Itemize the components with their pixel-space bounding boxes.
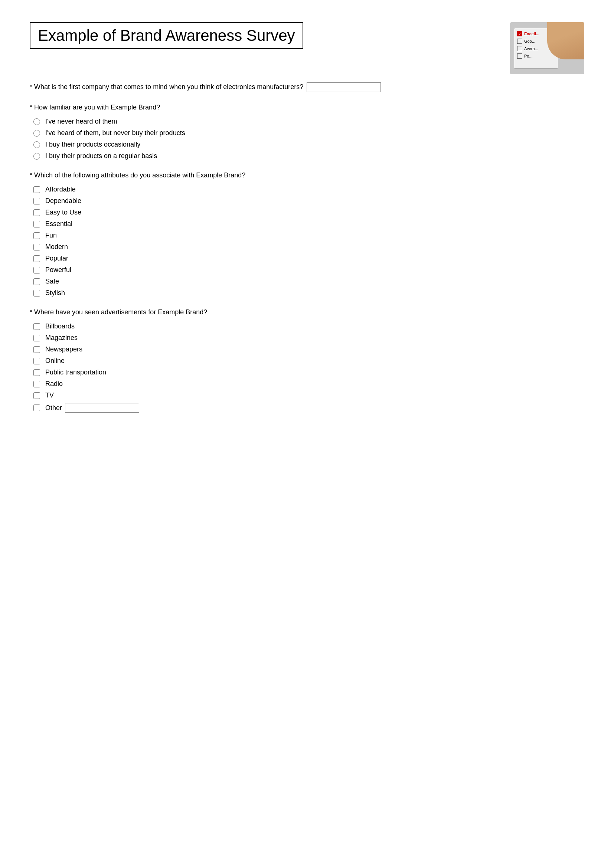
q3-option-essential: Essential	[30, 220, 584, 228]
question-2-label: * How familiar are you with Example Bran…	[30, 104, 160, 111]
question-2-text: * How familiar are you with Example Bran…	[30, 102, 584, 112]
q2-option-4-label: I buy their products on a regular basis	[45, 152, 157, 160]
q3-label-modern: Modern	[45, 243, 68, 251]
question-3-text: * Which of the following attributes do y…	[30, 170, 584, 180]
q4-option-radio: Radio	[30, 380, 584, 388]
q4-label-billboards: Billboards	[45, 322, 74, 330]
q4-other-text-input[interactable]	[65, 403, 139, 413]
q3-checkbox-modern[interactable]	[33, 244, 40, 251]
check-icon-1: ✓	[517, 31, 522, 36]
q3-label-safe: Safe	[45, 277, 59, 285]
q3-checkbox-dependable[interactable]	[33, 198, 40, 205]
survey-title: Example of Brand Awareness Survey	[38, 27, 295, 44]
question-3: * Which of the following attributes do y…	[30, 170, 584, 297]
survey-title-box: Example of Brand Awareness Survey	[30, 22, 303, 49]
checklist-label-4: Po...	[524, 54, 533, 58]
q3-checkbox-safe[interactable]	[33, 278, 40, 285]
q4-label-online: Online	[45, 357, 65, 365]
q3-checkbox-powerful[interactable]	[33, 267, 40, 273]
q4-label-other: Other	[45, 404, 62, 412]
q3-option-affordable: Affordable	[30, 186, 584, 193]
q4-checkbox-tv[interactable]	[33, 392, 40, 399]
q2-option-3-label: I buy their products occasionally	[45, 141, 140, 149]
q4-label-tv: TV	[45, 392, 54, 399]
q4-option-newspapers: Newspapers	[30, 346, 584, 353]
q1-text-input[interactable]	[307, 82, 381, 92]
q3-option-stylish: Stylish	[30, 289, 584, 297]
q2-radio-1[interactable]	[33, 118, 40, 125]
q4-label-newspapers: Newspapers	[45, 346, 82, 353]
q4-option-other: Other	[30, 403, 584, 413]
q3-checkbox-easy-to-use[interactable]	[33, 209, 40, 216]
q4-checkbox-public-transportation[interactable]	[33, 369, 40, 376]
q3-label-fun: Fun	[45, 232, 57, 239]
q3-option-fun: Fun	[30, 232, 584, 239]
q4-checkbox-radio[interactable]	[33, 381, 40, 388]
q2-radio-2[interactable]	[33, 130, 40, 136]
q2-option-1-label: I've never heard of them	[45, 118, 117, 126]
q2-option-1: I've never heard of them	[30, 118, 584, 126]
q3-label-affordable: Affordable	[45, 186, 76, 193]
q3-checkbox-fun[interactable]	[33, 232, 40, 239]
question-1-text: * What is the first company that comes t…	[30, 82, 584, 92]
checklist-row-4: Po...	[517, 53, 555, 59]
q3-label-essential: Essential	[45, 220, 72, 228]
q2-radio-3[interactable]	[33, 141, 40, 148]
q4-checkbox-online[interactable]	[33, 358, 40, 364]
q2-option-4: I buy their products on a regular basis	[30, 152, 584, 160]
q3-option-easy-to-use: Easy to Use	[30, 209, 584, 216]
q4-option-online: Online	[30, 357, 584, 365]
q4-checkbox-magazines[interactable]	[33, 335, 40, 341]
q3-label-stylish: Stylish	[45, 289, 65, 297]
q4-option-billboards: Billboards	[30, 322, 584, 330]
question-3-label: * Which of the following attributes do y…	[30, 172, 245, 179]
question-1: * What is the first company that comes t…	[30, 82, 584, 92]
q3-option-modern: Modern	[30, 243, 584, 251]
q4-checkbox-billboards[interactable]	[33, 323, 40, 330]
q3-label-dependable: Dependable	[45, 197, 81, 205]
survey-image: ✓ Excell... Goo... Avera... Po...	[510, 22, 584, 74]
checklist-label-2: Goo...	[524, 39, 535, 43]
q4-option-public-transportation: Public transportation	[30, 369, 584, 376]
q2-radio-4[interactable]	[33, 153, 40, 160]
q3-option-popular: Popular	[30, 254, 584, 262]
q3-label-powerful: Powerful	[45, 266, 71, 274]
q4-option-magazines: Magazines	[30, 334, 584, 342]
question-4-label: * Where have you seen advertisements for…	[30, 308, 207, 316]
checklist-label-1: Excell...	[524, 31, 540, 36]
checklist-label-3: Avera...	[524, 46, 538, 51]
q2-option-3: I buy their products occasionally	[30, 141, 584, 149]
q3-checkbox-stylish[interactable]	[33, 290, 40, 296]
check-icon-2	[517, 39, 522, 44]
q4-label-public-transportation: Public transportation	[45, 369, 106, 376]
q3-checkbox-affordable[interactable]	[33, 186, 40, 193]
q3-label-popular: Popular	[45, 254, 68, 262]
q2-option-2: I've heard of them, but never buy their …	[30, 129, 584, 137]
q4-checkbox-other[interactable]	[33, 405, 40, 411]
check-icon-4	[517, 53, 522, 59]
hand-image	[547, 22, 584, 59]
q4-checkbox-newspapers[interactable]	[33, 346, 40, 353]
q4-label-magazines: Magazines	[45, 334, 78, 342]
question-2: * How familiar are you with Example Bran…	[30, 102, 584, 160]
question-4: * Where have you seen advertisements for…	[30, 307, 584, 413]
q2-option-2-label: I've heard of them, but never buy their …	[45, 129, 185, 137]
q3-option-powerful: Powerful	[30, 266, 584, 274]
q3-checkbox-essential[interactable]	[33, 221, 40, 228]
q3-option-safe: Safe	[30, 277, 584, 285]
q4-option-tv: TV	[30, 392, 584, 399]
q3-option-dependable: Dependable	[30, 197, 584, 205]
q3-label-easy-to-use: Easy to Use	[45, 209, 81, 216]
question-1-label: * What is the first company that comes t…	[30, 83, 303, 91]
q3-checkbox-popular[interactable]	[33, 255, 40, 262]
q4-label-radio: Radio	[45, 380, 63, 388]
question-4-text: * Where have you seen advertisements for…	[30, 307, 584, 317]
check-icon-3	[517, 46, 522, 51]
